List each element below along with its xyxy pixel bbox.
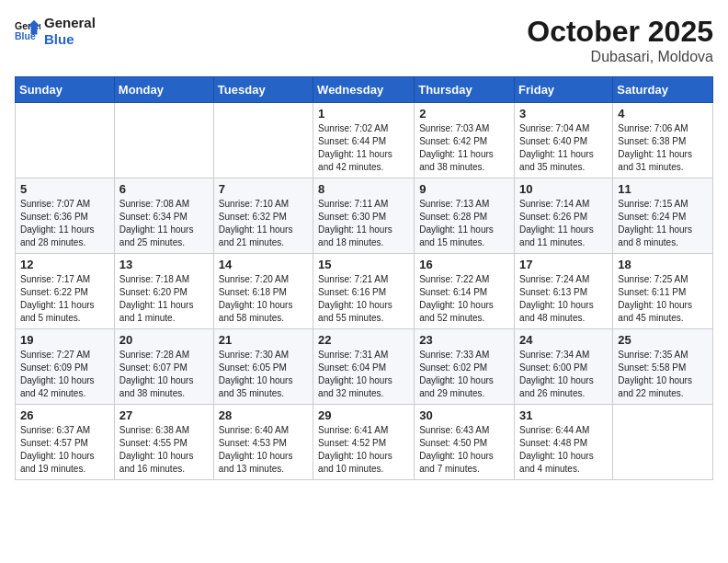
day-number: 15 bbox=[318, 258, 409, 271]
day-info: Sunrise: 7:03 AM Sunset: 6:42 PM Dayligh… bbox=[419, 122, 509, 174]
day-number: 13 bbox=[119, 258, 209, 271]
calendar-cell: 28Sunrise: 6:40 AM Sunset: 4:53 PM Dayli… bbox=[213, 405, 313, 480]
day-info: Sunrise: 7:13 AM Sunset: 6:28 PM Dayligh… bbox=[419, 198, 509, 249]
day-info: Sunrise: 7:28 AM Sunset: 6:07 PM Dayligh… bbox=[119, 349, 209, 400]
day-number: 8 bbox=[318, 182, 409, 196]
day-number: 12 bbox=[20, 258, 109, 271]
calendar-cell: 30Sunrise: 6:43 AM Sunset: 4:50 PM Dayli… bbox=[415, 405, 515, 480]
calendar-cell: 11Sunrise: 7:15 AM Sunset: 6:24 PM Dayli… bbox=[613, 178, 713, 254]
calendar-cell: 3Sunrise: 7:04 AM Sunset: 6:40 PM Daylig… bbox=[515, 103, 613, 178]
day-number: 17 bbox=[519, 258, 608, 271]
day-info: Sunrise: 7:18 AM Sunset: 6:20 PM Dayligh… bbox=[119, 273, 209, 325]
calendar-cell: 22Sunrise: 7:31 AM Sunset: 6:04 PM Dayli… bbox=[313, 329, 415, 405]
logo-icon: General Blue bbox=[15, 18, 40, 44]
day-info: Sunrise: 7:07 AM Sunset: 6:36 PM Dayligh… bbox=[20, 198, 109, 249]
day-info: Sunrise: 7:20 AM Sunset: 6:18 PM Dayligh… bbox=[219, 273, 308, 325]
calendar-cell: 25Sunrise: 7:35 AM Sunset: 5:58 PM Dayli… bbox=[613, 329, 713, 405]
title-block: October 2025 Dubasari, Moldova bbox=[527, 15, 713, 65]
day-info: Sunrise: 6:44 AM Sunset: 4:48 PM Dayligh… bbox=[519, 424, 608, 476]
weekday-header-row: SundayMondayTuesdayWednesdayThursdayFrid… bbox=[16, 77, 713, 103]
day-info: Sunrise: 7:14 AM Sunset: 6:26 PM Dayligh… bbox=[519, 198, 608, 249]
day-number: 23 bbox=[419, 333, 509, 347]
day-info: Sunrise: 7:15 AM Sunset: 6:24 PM Dayligh… bbox=[618, 198, 708, 249]
day-number: 19 bbox=[20, 333, 109, 347]
day-info: Sunrise: 6:41 AM Sunset: 4:52 PM Dayligh… bbox=[318, 424, 409, 476]
calendar-week-4: 19Sunrise: 7:27 AM Sunset: 6:09 PM Dayli… bbox=[16, 329, 713, 405]
day-info: Sunrise: 7:35 AM Sunset: 5:58 PM Dayligh… bbox=[618, 349, 708, 400]
calendar-cell: 14Sunrise: 7:20 AM Sunset: 6:18 PM Dayli… bbox=[213, 254, 313, 329]
logo: General Blue General Blue bbox=[15, 15, 96, 48]
calendar-cell: 9Sunrise: 7:13 AM Sunset: 6:28 PM Daylig… bbox=[415, 178, 515, 254]
day-info: Sunrise: 7:06 AM Sunset: 6:38 PM Dayligh… bbox=[618, 122, 708, 174]
day-number: 26 bbox=[20, 408, 109, 422]
calendar-cell: 5Sunrise: 7:07 AM Sunset: 6:36 PM Daylig… bbox=[16, 178, 115, 254]
day-info: Sunrise: 7:11 AM Sunset: 6:30 PM Dayligh… bbox=[318, 198, 409, 249]
calendar-cell: 17Sunrise: 7:24 AM Sunset: 6:13 PM Dayli… bbox=[515, 254, 613, 329]
calendar-cell: 15Sunrise: 7:21 AM Sunset: 6:16 PM Dayli… bbox=[313, 254, 415, 329]
calendar-cell: 24Sunrise: 7:34 AM Sunset: 6:00 PM Dayli… bbox=[515, 329, 613, 405]
day-number: 30 bbox=[419, 408, 509, 422]
day-number: 25 bbox=[618, 333, 708, 347]
calendar-cell bbox=[16, 103, 115, 178]
day-info: Sunrise: 7:31 AM Sunset: 6:04 PM Dayligh… bbox=[318, 349, 409, 400]
weekday-header-thursday: Thursday bbox=[415, 77, 515, 103]
day-info: Sunrise: 7:02 AM Sunset: 6:44 PM Dayligh… bbox=[318, 122, 409, 174]
calendar-cell: 8Sunrise: 7:11 AM Sunset: 6:30 PM Daylig… bbox=[313, 178, 415, 254]
day-number: 20 bbox=[119, 333, 209, 347]
page-header: General Blue General Blue October 2025 D… bbox=[15, 15, 713, 65]
day-number: 16 bbox=[419, 258, 509, 271]
day-info: Sunrise: 6:43 AM Sunset: 4:50 PM Dayligh… bbox=[419, 424, 509, 476]
calendar-cell: 18Sunrise: 7:25 AM Sunset: 6:11 PM Dayli… bbox=[613, 254, 713, 329]
weekday-header-wednesday: Wednesday bbox=[313, 77, 415, 103]
day-number: 22 bbox=[318, 333, 409, 347]
calendar-week-3: 12Sunrise: 7:17 AM Sunset: 6:22 PM Dayli… bbox=[16, 254, 713, 329]
calendar-cell bbox=[613, 405, 713, 480]
calendar-cell: 7Sunrise: 7:10 AM Sunset: 6:32 PM Daylig… bbox=[213, 178, 313, 254]
location-subtitle: Dubasari, Moldova bbox=[527, 49, 713, 65]
day-info: Sunrise: 7:04 AM Sunset: 6:40 PM Dayligh… bbox=[519, 122, 608, 174]
calendar-week-5: 26Sunrise: 6:37 AM Sunset: 4:57 PM Dayli… bbox=[16, 405, 713, 480]
weekday-header-saturday: Saturday bbox=[613, 77, 713, 103]
day-number: 6 bbox=[119, 182, 209, 196]
calendar-table: SundayMondayTuesdayWednesdayThursdayFrid… bbox=[15, 76, 713, 480]
calendar-cell: 20Sunrise: 7:28 AM Sunset: 6:07 PM Dayli… bbox=[114, 329, 213, 405]
calendar-week-2: 5Sunrise: 7:07 AM Sunset: 6:36 PM Daylig… bbox=[16, 178, 713, 254]
day-info: Sunrise: 7:17 AM Sunset: 6:22 PM Dayligh… bbox=[20, 273, 109, 325]
calendar-cell: 16Sunrise: 7:22 AM Sunset: 6:14 PM Dayli… bbox=[415, 254, 515, 329]
day-number: 11 bbox=[618, 182, 708, 196]
calendar-cell: 1Sunrise: 7:02 AM Sunset: 6:44 PM Daylig… bbox=[313, 103, 415, 178]
calendar-week-1: 1Sunrise: 7:02 AM Sunset: 6:44 PM Daylig… bbox=[16, 103, 713, 178]
calendar-cell: 21Sunrise: 7:30 AM Sunset: 6:05 PM Dayli… bbox=[213, 329, 313, 405]
calendar-cell: 12Sunrise: 7:17 AM Sunset: 6:22 PM Dayli… bbox=[16, 254, 115, 329]
calendar-cell: 13Sunrise: 7:18 AM Sunset: 6:20 PM Dayli… bbox=[114, 254, 213, 329]
day-info: Sunrise: 7:30 AM Sunset: 6:05 PM Dayligh… bbox=[219, 349, 308, 400]
calendar-cell: 27Sunrise: 6:38 AM Sunset: 4:55 PM Dayli… bbox=[114, 405, 213, 480]
day-number: 14 bbox=[219, 258, 308, 271]
day-number: 5 bbox=[20, 182, 109, 196]
day-info: Sunrise: 7:22 AM Sunset: 6:14 PM Dayligh… bbox=[419, 273, 509, 325]
calendar-cell bbox=[213, 103, 313, 178]
calendar-cell: 2Sunrise: 7:03 AM Sunset: 6:42 PM Daylig… bbox=[415, 103, 515, 178]
day-number: 7 bbox=[219, 182, 308, 196]
day-info: Sunrise: 6:38 AM Sunset: 4:55 PM Dayligh… bbox=[119, 424, 209, 476]
calendar-cell bbox=[114, 103, 213, 178]
calendar-cell: 4Sunrise: 7:06 AM Sunset: 6:38 PM Daylig… bbox=[613, 103, 713, 178]
day-number: 1 bbox=[318, 107, 409, 121]
day-info: Sunrise: 7:24 AM Sunset: 6:13 PM Dayligh… bbox=[519, 273, 608, 325]
day-number: 2 bbox=[419, 107, 509, 121]
day-info: Sunrise: 6:40 AM Sunset: 4:53 PM Dayligh… bbox=[219, 424, 308, 476]
weekday-header-monday: Monday bbox=[114, 77, 213, 103]
calendar-cell: 29Sunrise: 6:41 AM Sunset: 4:52 PM Dayli… bbox=[313, 405, 415, 480]
day-info: Sunrise: 7:27 AM Sunset: 6:09 PM Dayligh… bbox=[20, 349, 109, 400]
day-number: 10 bbox=[519, 182, 608, 196]
day-number: 4 bbox=[618, 107, 708, 121]
day-info: Sunrise: 7:08 AM Sunset: 6:34 PM Dayligh… bbox=[119, 198, 209, 249]
calendar-cell: 10Sunrise: 7:14 AM Sunset: 6:26 PM Dayli… bbox=[515, 178, 613, 254]
day-info: Sunrise: 7:10 AM Sunset: 6:32 PM Dayligh… bbox=[219, 198, 308, 249]
weekday-header-sunday: Sunday bbox=[16, 77, 115, 103]
day-number: 31 bbox=[519, 408, 608, 422]
day-info: Sunrise: 7:25 AM Sunset: 6:11 PM Dayligh… bbox=[618, 273, 708, 325]
day-number: 29 bbox=[318, 408, 409, 422]
day-number: 21 bbox=[219, 333, 308, 347]
day-number: 24 bbox=[519, 333, 608, 347]
